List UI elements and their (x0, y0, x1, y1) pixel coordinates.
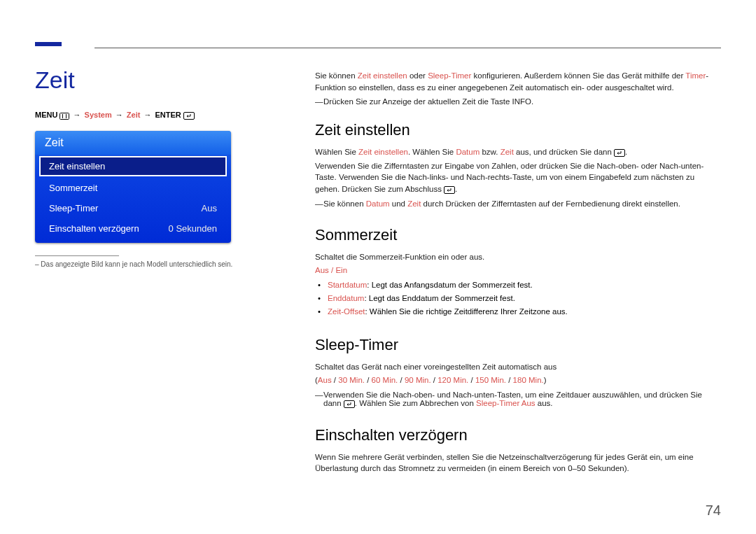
zeit-einstellen-p1: Wählen Sie Zeit einstellen. Wählen Sie D… (315, 146, 721, 158)
zeit-einstellen-note: ― Sie können Datum und Zeit durch Drücke… (315, 199, 721, 208)
sleep-timer-p1: Schaltet das Gerät nach einer voreingest… (315, 361, 721, 373)
osd-item-label: Sleep-Timer (49, 203, 98, 213)
osd-item-sommerzeit[interactable]: Sommerzeit (39, 178, 227, 198)
osd-item-einschalten-verzoegern[interactable]: Einschalten verzögern 0 Sekunden (39, 218, 227, 239)
breadcrumb: MENU → System → Zeit → ENTER (35, 111, 238, 120)
osd-item-label: Sommerzeit (49, 183, 97, 193)
note-dash-icon: ― (315, 199, 323, 208)
intro-note: ― Drücken Sie zur Anzeige der aktuellen … (315, 97, 721, 106)
section-heading-zeit-einstellen: Zeit einstellen (315, 121, 721, 139)
list-item: Enddatum: Legt das Enddatum der Sommerze… (328, 293, 721, 304)
sleep-timer-options: (Aus / 30 Min. / 60 Min. / 90 Min. / 120… (315, 374, 721, 386)
enter-button-icon (614, 147, 625, 159)
header-accent-bar (35, 42, 62, 46)
footnote-text: Das angezeigte Bild kann je nach Modell … (41, 260, 232, 268)
sommerzeit-bullets: Startdatum: Legt das Anfangsdatum der So… (315, 279, 721, 318)
zeit-einstellen-p2: Verwenden Sie die Zifferntasten zur Eing… (315, 160, 721, 196)
breadcrumb-enter: ENTER (155, 111, 181, 119)
enter-button-icon (444, 184, 455, 196)
header-rule (94, 48, 721, 48)
enter-button-icon (344, 400, 355, 408)
breadcrumb-arrow: → (74, 111, 81, 119)
section-heading-sleep-timer: Sleep-Timer (315, 336, 721, 354)
section-heading-einschalten-verzoegern: Einschalten verzögern (315, 426, 721, 444)
breadcrumb-zeit: Zeit (127, 111, 141, 119)
image-footnote: – Das angezeigte Bild kann je nach Model… (35, 260, 238, 268)
intro-paragraph: Sie können Zeit einstellen oder Sleep-Ti… (315, 70, 721, 93)
osd-item-value: Aus (202, 203, 217, 213)
breadcrumb-arrow: → (115, 111, 123, 119)
osd-item-label: Zeit einstellen (49, 161, 105, 171)
breadcrumb-arrow: → (144, 111, 151, 119)
breadcrumb-menu: MENU (35, 111, 57, 119)
osd-menu-header: Zeit (35, 131, 231, 155)
section-heading-sommerzeit: Sommerzeit (315, 226, 721, 244)
osd-item-sleep-timer[interactable]: Sleep-Timer Aus (39, 198, 227, 218)
breadcrumb-system: System (85, 111, 112, 119)
einschalten-p1: Wenn Sie mehrere Gerät verbinden, stelle… (315, 451, 721, 475)
page-title: Zeit (35, 66, 238, 94)
sommerzeit-options: Aus / Ein (315, 265, 721, 276)
note-dash-icon: ― (315, 97, 323, 106)
sleep-timer-note: ― Verwenden Sie die Nach-oben- und Nach-… (315, 391, 721, 408)
list-item: Zeit-Offset: Wählen Sie die richtige Zei… (328, 306, 721, 318)
list-item: Startdatum: Legt das Anfangsdatum der So… (328, 279, 721, 291)
osd-item-value: 0 Sekunden (169, 223, 217, 234)
sommerzeit-p1: Schaltet die Sommerzeit-Funktion ein ode… (315, 251, 721, 263)
osd-item-zeit-einstellen[interactable]: Zeit einstellen (39, 156, 227, 176)
intro-note-text: Drücken Sie zur Anzeige der aktuellen Ze… (323, 97, 533, 106)
osd-menu-panel: Zeit Zeit einstellen Sommerzeit Sleep-Ti… (35, 131, 231, 243)
menu-button-icon (59, 111, 69, 120)
footnote-separator (35, 255, 119, 256)
svg-rect-0 (60, 113, 69, 120)
enter-button-icon (183, 111, 195, 120)
note-dash-icon: ― (315, 391, 323, 408)
page-number: 74 (706, 503, 721, 519)
osd-item-label: Einschalten verzögern (49, 223, 139, 234)
